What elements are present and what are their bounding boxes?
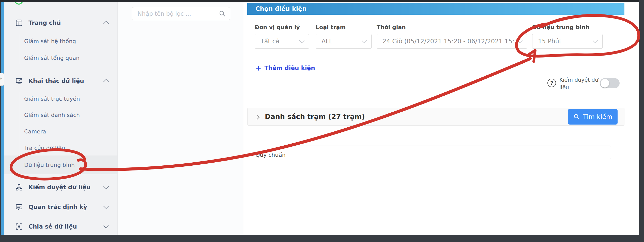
add-condition-label: Thêm điều kiện — [264, 65, 315, 71]
field-thoi-gian: Thời gian 24 Giờ (05/12/2021 15:20 - 06/… — [377, 24, 527, 49]
chevron-down-icon — [593, 38, 598, 43]
chevron-down-icon — [103, 203, 109, 209]
station-list-title: Danh sách trạm (27 trạm) — [265, 108, 365, 125]
panel-title: Chọn điều kiện — [255, 5, 306, 12]
search-icon — [573, 113, 580, 120]
sidebar-item-camera[interactable]: Camera — [4, 125, 117, 138]
field-don-vi-quan-ly: Đơn vị quản lý Tất cả — [255, 24, 309, 49]
conditions-panel-header: Chọn điều kiện — [247, 3, 624, 15]
field-loai-tram: Loại trạm ALL — [316, 24, 372, 49]
filter-search-box — [132, 7, 230, 20]
chevron-right-icon — [254, 114, 260, 120]
monitor-export-icon — [15, 77, 23, 85]
translate-extension-tab[interactable]: ☆ — [0, 73, 4, 86]
sidebar-group-periodic-monitoring[interactable]: Quan trắc định kỳ — [4, 200, 117, 214]
time-range-select[interactable]: 24 Giờ (05/12/2021 15:20 - 06/12/2021 15… — [377, 34, 527, 49]
field-label: Đơn vị quản lý — [255, 24, 309, 30]
quy-chuan-label: Quy chuẩn — [255, 152, 286, 158]
sidebar-group-data-review[interactable]: Kiểm duyệt dữ liệu — [4, 181, 117, 194]
sidebar-item-giam-sat-truc-tuyen[interactable]: Giám sát trực tuyến — [4, 92, 117, 105]
sidebar-item-giam-sat-tong-quan[interactable]: Giám sát tổng quan — [4, 51, 117, 64]
management-unit-select[interactable]: Tất cả — [255, 34, 309, 49]
browser-frame-right — [639, 0, 644, 242]
chevron-up-icon — [103, 21, 109, 26]
plus-icon: + — [255, 65, 261, 71]
sidebar-item-giam-sat-danh-sach[interactable]: Giám sát danh sách — [4, 108, 117, 122]
toggle-knob — [601, 79, 609, 88]
review-toggle-label: Kiểm duyệt dữ liệu — [559, 76, 601, 91]
field-du-lieu-trung-binh: Dữ liệu trung bình 15 Phút — [532, 24, 603, 49]
filter-list-panel — [117, 2, 244, 235]
chevron-down-icon — [103, 184, 109, 189]
help-icon[interactable]: ? — [547, 79, 556, 87]
scan-share-icon — [15, 223, 23, 230]
station-type-select[interactable]: ALL — [316, 34, 372, 49]
average-interval-select[interactable]: 15 Phút — [532, 34, 603, 49]
search-button[interactable]: Tìm kiếm — [568, 109, 618, 125]
sidebar-item-tra-cuu-du-lieu[interactable]: Tra cứu dữ liệu — [4, 141, 117, 154]
field-label: Dữ liệu trung bình — [532, 24, 603, 30]
sidebar-group-label: Khai thác dữ liệu — [28, 78, 84, 84]
field-label: Thời gian — [377, 24, 527, 30]
chevron-down-icon — [362, 38, 367, 43]
search-icon — [219, 10, 226, 17]
chevron-down-icon — [103, 223, 109, 228]
review-data-toggle[interactable] — [600, 78, 620, 88]
chevron-up-icon — [103, 79, 109, 84]
sidebar-nav: Trang chủ Giám sát hệ thống Giám sát tổn… — [4, 2, 118, 235]
add-condition-button[interactable]: + Thêm điều kiện — [255, 65, 315, 71]
translate-icon: ☆ — [0, 76, 2, 81]
chevron-down-icon — [299, 38, 304, 43]
search-button-label: Tìm kiếm — [583, 113, 612, 120]
sidebar-group-data-mining[interactable]: Khai thác dữ liệu — [4, 74, 117, 88]
field-label: Loại trạm — [316, 24, 372, 30]
sidebar-group-data-sharing[interactable]: Chia sẻ dữ liệu — [4, 220, 117, 233]
sidebar-group-label: Kiểm duyệt dữ liệu — [28, 184, 90, 191]
left-accent-strip — [1, 2, 4, 235]
app-screen: ☆ Trang chủ Giám sát hệ thống Giám sát t… — [0, 0, 644, 242]
sidebar-group-label: Trang chủ — [28, 20, 61, 26]
sidebar-item-giam-sat-he-thong[interactable]: Giám sát hệ thống — [4, 34, 117, 48]
sidebar-item-du-lieu-trung-binh[interactable]: Dữ liệu trung bình — [4, 155, 117, 174]
main-content: Chọn điều kiện Đơn vị quản lý Tất cả Loạ… — [243, 2, 639, 235]
report-icon — [15, 203, 23, 211]
sidebar-group-home[interactable]: Trang chủ — [4, 16, 117, 29]
quy-chuan-input[interactable] — [296, 146, 611, 159]
sidebar-group-label: Quan trắc định kỳ — [28, 204, 87, 210]
sitemap-icon — [15, 183, 23, 191]
filter-search-input[interactable] — [137, 7, 214, 20]
browser-frame-bottom — [0, 235, 644, 242]
browser-frame-top — [0, 0, 644, 2]
sidebar-group-label: Chia sẻ dữ liệu — [28, 223, 77, 230]
layout-icon — [15, 19, 23, 27]
